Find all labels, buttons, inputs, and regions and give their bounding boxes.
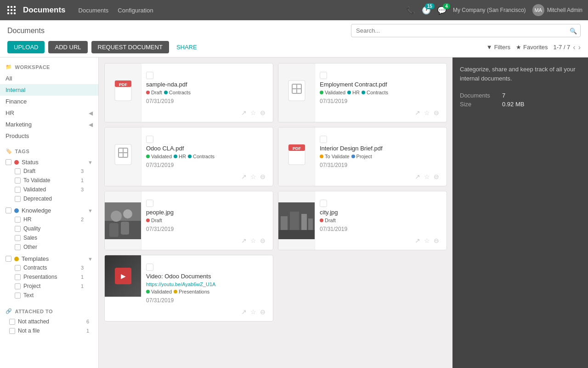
project-checkbox[interactable] bbox=[15, 283, 21, 289]
tag-group-knowledge-header[interactable]: Knowledge ▼ bbox=[6, 207, 93, 214]
add-url-button[interactable]: ADD URL bbox=[48, 41, 87, 53]
knowledge-checkbox[interactable] bbox=[6, 207, 11, 213]
doc-card-2[interactable]: Employment Contract.pdf Validated HR bbox=[278, 63, 447, 122]
doc-checkbox-4[interactable] bbox=[320, 136, 327, 143]
doc-star-btn-3[interactable]: ☆ bbox=[249, 172, 257, 181]
doc-checkbox-7[interactable] bbox=[146, 264, 153, 271]
doc-card-4[interactable]: PDF Interior Design Brief.pdf To Validat… bbox=[278, 127, 447, 186]
doc-share-btn-3[interactable]: ↗ bbox=[240, 172, 248, 181]
not-attached-checkbox[interactable] bbox=[9, 319, 15, 325]
validated-checkbox[interactable] bbox=[15, 187, 21, 193]
doc-title-2: Employment Contract.pdf bbox=[320, 81, 442, 88]
sidebar-item-all[interactable]: All bbox=[0, 73, 98, 84]
doc-checkbox-1[interactable] bbox=[146, 72, 153, 79]
right-panel-description: Categorize, share and keep track of all … bbox=[460, 65, 581, 83]
attached-not-a-file[interactable]: Not a file 1 bbox=[0, 326, 98, 335]
doc-menu-btn-3[interactable]: ⊖ bbox=[259, 172, 266, 181]
doc-card-5[interactable]: people.jpg Draft 07/31/2019 ↗ ☆ ⊖ bbox=[104, 191, 273, 250]
company-selector[interactable]: My Company (San Francisco) bbox=[453, 7, 526, 13]
doc-share-btn-7[interactable]: ↗ bbox=[240, 307, 248, 316]
workspace-section: 📁 WORKSPACE bbox=[0, 61, 98, 73]
tag-to-validate[interactable]: To Validate 1 bbox=[6, 176, 93, 185]
doc-checkbox-3[interactable] bbox=[146, 136, 153, 143]
doc-share-btn-4[interactable]: ↗ bbox=[414, 172, 421, 181]
doc-date-7: 07/31/2019 bbox=[146, 297, 268, 304]
doc-checkbox-6[interactable] bbox=[320, 200, 327, 207]
nav-documents[interactable]: Documents bbox=[79, 7, 109, 14]
sidebar-item-internal[interactable]: Internal bbox=[0, 84, 98, 96]
status-checkbox[interactable] bbox=[6, 159, 11, 165]
draft-checkbox[interactable] bbox=[15, 168, 21, 174]
doc-menu-btn-6[interactable]: ⊖ bbox=[433, 236, 440, 245]
doc-share-btn-2[interactable]: ↗ bbox=[414, 108, 421, 117]
tag-project[interactable]: Project 1 bbox=[6, 282, 93, 291]
knowledge-hr-checkbox[interactable] bbox=[15, 217, 21, 223]
tag-sales[interactable]: Sales bbox=[6, 233, 93, 242]
doc-share-btn-5[interactable]: ↗ bbox=[240, 236, 248, 245]
navbar: Documents Documents Configuration 📞 🕐 15… bbox=[0, 0, 588, 20]
tag-contracts[interactable]: Contracts 3 bbox=[6, 263, 93, 272]
tag-knowledge-hr[interactable]: HR 2 bbox=[6, 215, 93, 224]
templates-checkbox[interactable] bbox=[6, 256, 11, 262]
doc-share-btn-6[interactable]: ↗ bbox=[414, 236, 421, 245]
filters-button[interactable]: ▼ Filters bbox=[486, 44, 510, 51]
doc-card-3[interactable]: Odoo CLA.pdf Validated HR Contracts bbox=[104, 127, 273, 186]
doc-star-btn-1[interactable]: ☆ bbox=[249, 108, 257, 117]
doc-menu-btn-1[interactable]: ⊖ bbox=[259, 108, 266, 117]
doc-menu-btn-2[interactable]: ⊖ bbox=[433, 108, 440, 117]
user-menu[interactable]: MA Mitchell Admin bbox=[532, 4, 582, 16]
doc-share-btn-1[interactable]: ↗ bbox=[240, 108, 248, 117]
tag-draft[interactable]: Draft 3 bbox=[6, 167, 93, 176]
other-checkbox[interactable] bbox=[15, 244, 21, 250]
text-checkbox[interactable] bbox=[15, 293, 21, 299]
doc-star-btn-4[interactable]: ☆ bbox=[423, 172, 431, 181]
favorites-button[interactable]: ★ Favorites bbox=[516, 44, 548, 51]
doc-checkbox-5[interactable] bbox=[146, 200, 153, 207]
tag-group-status-header[interactable]: Status ▼ bbox=[6, 159, 93, 166]
search-input[interactable] bbox=[351, 24, 581, 37]
next-page-button[interactable]: › bbox=[578, 43, 581, 52]
sidebar-item-finance[interactable]: Finance bbox=[0, 96, 98, 107]
doc-star-btn-5[interactable]: ☆ bbox=[249, 236, 257, 245]
doc-star-btn-7[interactable]: ☆ bbox=[249, 307, 257, 316]
doc-checkbox-2[interactable] bbox=[320, 72, 327, 79]
tag-presentations[interactable]: Presentations 1 bbox=[6, 272, 93, 282]
doc-title-6: city.jpg bbox=[320, 209, 442, 216]
not-a-file-checkbox[interactable] bbox=[9, 328, 15, 334]
sidebar-item-hr[interactable]: HR ◀ bbox=[0, 107, 98, 119]
deprecated-checkbox[interactable] bbox=[15, 196, 21, 202]
quality-checkbox[interactable] bbox=[15, 226, 21, 232]
doc-star-btn-2[interactable]: ☆ bbox=[423, 108, 431, 117]
doc-menu-btn-4[interactable]: ⊖ bbox=[433, 172, 440, 181]
presentations-checkbox[interactable] bbox=[15, 274, 21, 280]
tag-quality[interactable]: Quality bbox=[6, 224, 93, 233]
tag-other[interactable]: Other bbox=[6, 242, 93, 252]
doc-url-7[interactable]: https://youtu.be/Ayab6wZ_U1A bbox=[146, 282, 268, 287]
attached-not-attached[interactable]: Not attached 6 bbox=[0, 317, 98, 326]
doc-card-1[interactable]: PDF sample-nda.pdf Draft Cont bbox=[104, 63, 273, 122]
prev-page-button[interactable]: ‹ bbox=[573, 43, 575, 52]
documents-grid: PDF sample-nda.pdf Draft Cont bbox=[104, 63, 447, 322]
contracts-checkbox[interactable] bbox=[15, 265, 21, 271]
upload-button[interactable]: UPLOAD bbox=[7, 41, 45, 53]
sales-checkbox[interactable] bbox=[15, 235, 21, 241]
to-validate-checkbox[interactable] bbox=[15, 178, 21, 184]
request-document-button[interactable]: REQUEST DOCUMENT bbox=[91, 41, 169, 53]
doc-card-7[interactable]: Video: Odoo Documents https://youtu.be/A… bbox=[104, 255, 273, 322]
clock-icon[interactable]: 🕐 15 bbox=[422, 6, 431, 15]
tag-deprecated[interactable]: Deprecated bbox=[6, 194, 93, 203]
sidebar-item-marketing[interactable]: Marketing ◀ bbox=[0, 119, 98, 130]
sidebar-item-products[interactable]: Products bbox=[0, 130, 98, 142]
phone-icon[interactable]: 📞 bbox=[406, 6, 415, 15]
apps-menu[interactable] bbox=[6, 4, 17, 16]
doc-menu-btn-5[interactable]: ⊖ bbox=[259, 236, 266, 245]
tag-text[interactable]: Text bbox=[6, 291, 93, 300]
tag-group-templates-header[interactable]: Templates ▼ bbox=[6, 255, 93, 262]
chat-icon[interactable]: 💬 4 bbox=[437, 6, 447, 15]
tag-validated[interactable]: Validated 3 bbox=[6, 185, 93, 194]
nav-configuration[interactable]: Configuration bbox=[118, 7, 153, 14]
doc-star-btn-6[interactable]: ☆ bbox=[423, 236, 431, 245]
doc-menu-btn-7[interactable]: ⊖ bbox=[259, 307, 266, 316]
doc-card-6[interactable]: city.jpg Draft 07/31/2019 ↗ ☆ ⊖ bbox=[278, 191, 447, 250]
share-button[interactable]: SHARE bbox=[173, 41, 201, 53]
